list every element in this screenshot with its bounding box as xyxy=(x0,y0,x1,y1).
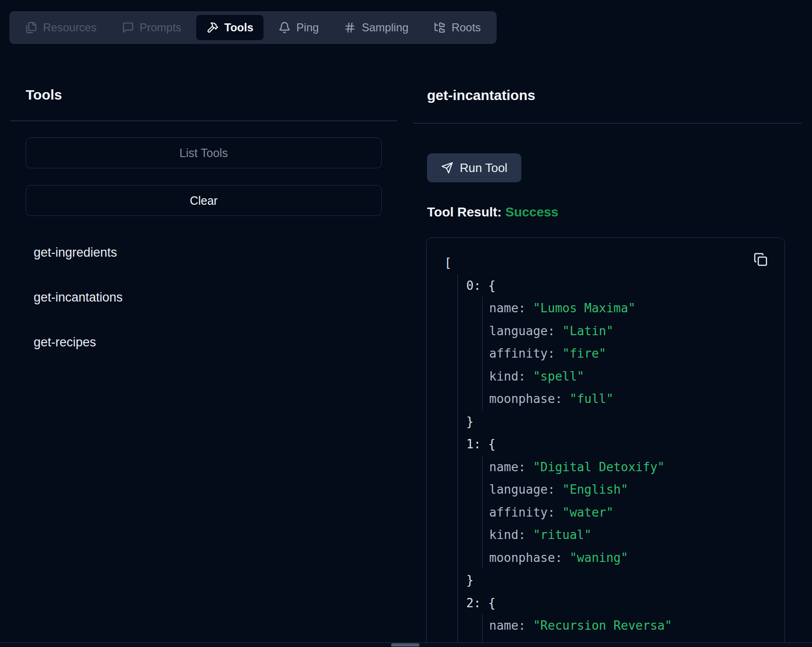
json-line: } xyxy=(466,569,775,592)
send-icon xyxy=(441,162,453,174)
json-key: kind: xyxy=(489,528,526,542)
json-key: affinity: xyxy=(489,505,555,519)
json-object-fields: name: "Lumos Maxima"language: "Latin"aff… xyxy=(482,297,775,410)
tool-detail-divider xyxy=(413,123,802,123)
run-tool-label: Run Tool xyxy=(460,161,507,175)
horizontal-scrollbar[interactable] xyxy=(0,642,812,647)
json-key: moonphase: xyxy=(489,392,563,406)
json-line: [ xyxy=(444,252,775,274)
json-value: "Recursion Reversa" xyxy=(533,618,672,633)
tool-detail-panel: get-incantations Run Tool Tool Result: S… xyxy=(413,0,802,647)
clear-button[interactable]: Clear xyxy=(26,185,382,216)
tool-result-status: Success xyxy=(505,205,558,219)
json-line: 2: { xyxy=(466,592,775,615)
json-punct: 0: { xyxy=(466,279,496,293)
json-value: "water" xyxy=(563,505,614,519)
json-line: name: "Lumos Maxima" xyxy=(489,297,775,320)
json-line: kind: "spell" xyxy=(489,365,775,388)
json-key: affinity: xyxy=(489,346,555,360)
scrollbar-thumb[interactable] xyxy=(391,643,420,647)
json-line: name: "Recursion Reversa" xyxy=(489,614,775,637)
tool-item-get-ingredients[interactable]: get-ingredients xyxy=(34,245,397,260)
list-tools-button[interactable]: List Tools xyxy=(26,137,382,168)
json-key: moonphase: xyxy=(489,551,563,565)
json-key: name: xyxy=(489,301,526,315)
json-punct: [ xyxy=(444,256,452,270)
json-value: "ritual" xyxy=(533,528,591,542)
json-value: "Lumos Maxima" xyxy=(533,301,635,315)
json-key: name: xyxy=(489,460,526,474)
tool-list: get-ingredientsget-incantationsget-recip… xyxy=(34,245,397,350)
json-value: "Latin" xyxy=(563,324,614,338)
json-value: "Digital Detoxify" xyxy=(533,460,665,474)
json-punct: 1: { xyxy=(466,437,496,451)
json-punct: } xyxy=(466,573,474,587)
json-line: language: "English" xyxy=(489,478,775,501)
run-tool-button[interactable]: Run Tool xyxy=(427,153,521,182)
json-value: "waning" xyxy=(570,551,628,565)
json-tree: [0: {name: "Lumos Maxima"language: "Lati… xyxy=(444,252,775,647)
json-key: language: xyxy=(489,324,555,338)
json-punct: 2: { xyxy=(466,596,496,610)
tools-panel: Tools List Tools Clear get-ingredientsge… xyxy=(10,0,397,350)
json-line: 1: { xyxy=(466,433,775,456)
json-line: language: "Latin" xyxy=(489,320,775,343)
json-line: affinity: "fire" xyxy=(489,342,775,365)
json-line: kind: "ritual" xyxy=(489,524,775,546)
json-key: language: xyxy=(489,482,555,496)
json-value: "full" xyxy=(570,392,613,406)
json-line: moonphase: "waning" xyxy=(489,546,775,569)
json-array-items: 0: {name: "Lumos Maxima"language: "Latin… xyxy=(457,274,775,647)
json-line: 0: { xyxy=(466,274,775,297)
mcp-inspector-page: ResourcesPromptsToolsPingSamplingRoots T… xyxy=(0,0,812,647)
tool-result-json-box: [0: {name: "Lumos Maxima"language: "Lati… xyxy=(426,237,785,647)
json-value: "English" xyxy=(563,482,628,496)
tools-panel-title: Tools xyxy=(26,86,397,103)
tool-result-line: Tool Result: Success xyxy=(427,205,802,220)
json-line: affinity: "water" xyxy=(489,501,775,524)
tool-item-get-recipes[interactable]: get-recipes xyxy=(34,335,397,350)
json-key: kind: xyxy=(489,369,526,383)
selected-tool-title: get-incantations xyxy=(427,87,802,104)
json-value: "fire" xyxy=(563,346,606,360)
json-line: name: "Digital Detoxify" xyxy=(489,456,775,479)
json-key: name: xyxy=(489,618,526,633)
tool-item-get-incantations[interactable]: get-incantations xyxy=(34,290,397,305)
json-line: } xyxy=(466,410,775,433)
tools-panel-divider xyxy=(10,121,397,121)
json-punct: } xyxy=(466,415,474,429)
copy-icon[interactable] xyxy=(753,252,769,268)
tool-result-label: Tool Result: xyxy=(427,205,502,219)
json-value: "spell" xyxy=(533,369,584,383)
json-object-fields: name: "Digital Detoxify"language: "Engli… xyxy=(482,456,775,569)
json-line: moonphase: "full" xyxy=(489,388,775,410)
